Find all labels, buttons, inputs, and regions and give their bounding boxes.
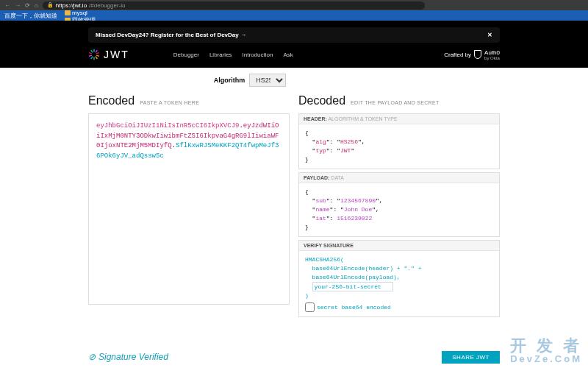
address-bar[interactable]: 🔒 https://jwt.io/#debugger-io [43,1,425,10]
encoded-title: Encoded [88,94,135,107]
encoded-textarea[interactable]: eyJhbGciOiJIUzI1NiIsInR5cCI6IkpXVCJ9.eyJ… [88,113,290,305]
folder-icon [65,18,71,21]
algorithm-label: Algorithm [214,77,245,84]
crafted-label: Crafted by [444,52,471,58]
promo-banner: Missed DevDay24? Register for the Best o… [88,27,500,43]
crafted-by[interactable]: Crafted by Auth0 by Okta [444,49,500,60]
nav-ask[interactable]: Ask [283,52,293,58]
algorithm-row: Algorithm HS256 [0,68,588,87]
svg-rect-9 [90,50,93,53]
banner-text[interactable]: Missed DevDay24? Register for the Best o… [96,32,246,38]
secret-input[interactable] [312,282,393,291]
token-header: eyJhbGciOiJIUzI1NiIsInR5cCI6IkpXVCJ9 [96,122,239,130]
bookmark-item[interactable]: 回收管理 [65,16,107,21]
site-header: JWT Debugger Libraries Introduction Ask … [0,43,588,68]
header-editor[interactable]: { "alg": "HS256", "typ": "JWT" } [299,124,499,169]
nav-libraries[interactable]: Libraries [209,52,232,58]
encoded-sub: PASTE A TOKEN HERE [140,100,199,105]
lock-icon: 🔒 [47,2,54,8]
watermark: 开 发 者 DevZe.CoM [510,338,582,364]
bookmark-item[interactable]: mysql [65,10,107,16]
svg-rect-3 [96,54,99,57]
base64-checkbox[interactable] [305,302,315,312]
encoded-column: Encoded PASTE A TOKEN HERE eyJhbGciOiJIU… [88,94,290,320]
header-section: HEADER: ALGORITHM & TOKEN TYPE { "alg": … [298,113,500,169]
logo-text: JWT [104,49,129,60]
folder-icon [65,10,71,15]
logo[interactable]: JWT [88,49,129,60]
nav-introduction[interactable]: Introduction [243,52,273,58]
svg-rect-8 [89,52,92,54]
share-button[interactable]: SHARE JWT [442,351,500,364]
auth0-icon [474,50,481,59]
signature-verified-label: Signature Verified [98,352,168,362]
check-icon: ⊘ [88,352,96,362]
svg-rect-7 [89,54,92,57]
decoded-column: Decoded EDIT THE PAYLOAD AND SECRET HEAD… [298,94,500,320]
algorithm-select[interactable]: HS256 [249,74,286,87]
svg-rect-2 [96,52,99,54]
decoded-title: Decoded [298,94,345,107]
url-path: /#debugger-io [89,2,125,9]
crafted-sub: by Okta [484,56,500,60]
back-icon[interactable]: ← [4,2,10,9]
signature-editor: HMACSHA256( base64UrlEncode(header) + ".… [299,251,499,316]
signature-section: VERIFY SIGNATURE HMACSHA256( base64UrlEn… [298,240,500,317]
main-nav: Debugger Libraries Introduction Ask [173,52,293,58]
svg-rect-0 [93,49,94,52]
payload-editor[interactable]: { "sub": "1234567890", "name": "John Doe… [299,183,499,236]
home-icon[interactable]: ⌂ [35,2,38,9]
logo-icon [88,49,100,60]
svg-rect-5 [93,57,94,60]
decoded-sub: EDIT THE PAYLOAD AND SECRET [351,100,439,105]
reload-icon[interactable]: ⟳ [25,2,30,9]
svg-rect-6 [90,56,93,59]
browser-chrome: ← → ⟳ ⌂ 🔒 https://jwt.io/#debugger-io [0,0,588,10]
bookmark-item[interactable]: 百度一下，你就知道 [4,12,57,20]
main-columns: Encoded PASTE A TOKEN HERE eyJhbGciOiJIU… [0,87,588,320]
svg-rect-4 [95,56,97,59]
crafted-brand: Auth0 [484,49,500,56]
nav-controls: ← → ⟳ ⌂ [4,2,38,9]
svg-rect-1 [95,50,97,53]
signature-status: ⊘ Signature Verified [0,349,257,365]
nav-debugger[interactable]: Debugger [173,52,199,58]
close-icon[interactable]: ✕ [487,32,492,38]
bookmarks-bar: 百度一下，你就知道 K8s库 lotus 网络安全 k8s 华为进度查询 公司邮… [0,10,588,21]
forward-icon[interactable]: → [15,2,21,9]
url-origin: https://jwt.io [56,2,87,9]
payload-section: PAYLOAD: DATA { "sub": "1234567890", "na… [298,172,500,237]
